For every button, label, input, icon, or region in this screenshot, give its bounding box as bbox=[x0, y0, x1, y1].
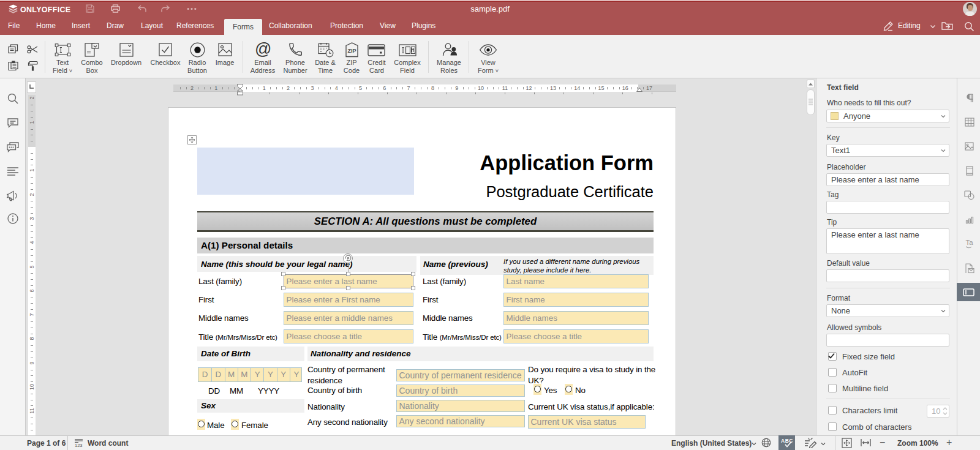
svg-text:123: 123 bbox=[75, 443, 83, 448]
svg-text:ZIP: ZIP bbox=[347, 48, 356, 54]
svg-text:Ta: Ta bbox=[966, 239, 974, 246]
svg-text:ABC: ABC bbox=[781, 438, 793, 444]
